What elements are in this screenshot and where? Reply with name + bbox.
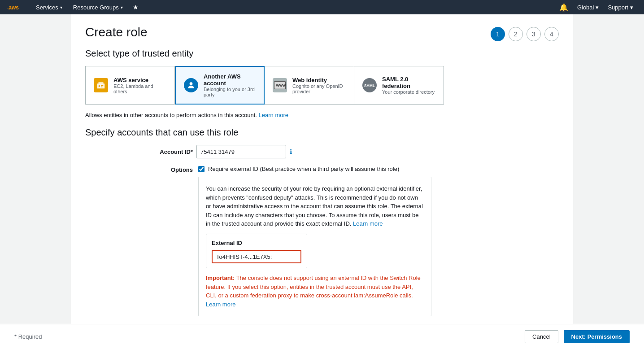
region-selector[interactable]: Global ▾	[574, 2, 603, 13]
warning-text: Important: The console does not support …	[206, 274, 421, 309]
aws-service-desc: EC2, Lambda and others	[113, 83, 167, 94]
top-navigation: aws Services ▾ Resource Groups ▾ ★ 🔔 Glo…	[0, 0, 644, 14]
svg-point-3	[99, 85, 100, 87]
aws-service-icon	[93, 77, 109, 93]
services-menu[interactable]: Services ▾	[32, 2, 66, 13]
account-id-label: Account ID*	[139, 148, 193, 155]
main-content: Create role 1 2 3 4 Select type of trust…	[71, 14, 573, 349]
web-identity-desc: Cognito or any OpenID provider	[292, 83, 347, 94]
support-label: Support	[608, 4, 628, 11]
web-identity-text: Web identity Cognito or any OpenID provi…	[292, 77, 347, 94]
step-3[interactable]: 3	[527, 27, 541, 41]
svg-text:aws: aws	[9, 4, 19, 11]
resource-groups-chevron: ▾	[121, 5, 123, 10]
footer: * Required Cancel Next: Permissions	[0, 324, 644, 349]
svg-point-6	[190, 82, 193, 85]
support-chevron-icon: ▾	[630, 4, 633, 11]
cancel-button[interactable]: Cancel	[525, 330, 558, 343]
required-note: * Required	[14, 333, 42, 340]
step-1[interactable]: 1	[491, 27, 505, 41]
account-id-input[interactable]	[196, 145, 286, 158]
entity-card-web-identity[interactable]: WWW Web identity Cognito or any OpenID p…	[265, 66, 354, 105]
region-label: Global	[577, 4, 594, 11]
external-id-section: External ID	[206, 234, 307, 269]
web-identity-icon: WWW	[272, 77, 288, 93]
saml-desc: Your corporate directory	[382, 89, 436, 95]
another-account-text: Another AWS account Belonging to you or …	[204, 73, 257, 97]
resource-groups-label: Resource Groups	[73, 4, 119, 11]
another-account-icon-shape	[184, 78, 198, 92]
region-chevron-icon: ▾	[596, 4, 599, 11]
another-account-desc: Belonging to you or 3rd party	[204, 87, 257, 97]
aws-service-icon-shape	[94, 78, 108, 92]
warning-body: The console does not support using an ex…	[206, 275, 421, 299]
footer-buttons: Cancel Next: Permissions	[525, 330, 630, 343]
svg-text:SAML: SAML	[364, 83, 375, 88]
entity-learn-more-link[interactable]: Learn more	[259, 112, 288, 118]
page-title: Create role	[85, 25, 559, 39]
svg-rect-4	[101, 85, 104, 86]
info-box-learn-more-link[interactable]: Learn more	[353, 220, 383, 227]
entity-card-saml[interactable]: SAML SAML 2.0 federation Your corporate …	[354, 66, 444, 105]
notifications-bell-icon[interactable]: 🔔	[556, 1, 572, 13]
account-id-row: Account ID* ℹ	[139, 145, 559, 158]
step-2[interactable]: 2	[509, 27, 523, 41]
services-chevron: ▾	[60, 5, 62, 10]
another-account-name: Another AWS account	[204, 73, 257, 87]
warning-label: Important:	[206, 275, 235, 281]
aws-logo[interactable]: aws	[7, 2, 25, 13]
entity-cards-container: AWS service EC2, Lambda and others Anoth…	[85, 66, 559, 105]
steps-container: 1 2 3 4	[491, 27, 559, 41]
svg-rect-2	[99, 82, 104, 85]
another-account-icon	[183, 77, 199, 93]
specify-section-title: Specify accounts that can use this role	[85, 127, 559, 138]
external-id-input[interactable]	[212, 250, 301, 263]
web-identity-icon-shape: WWW	[273, 78, 287, 92]
saml-name: SAML 2.0 federation	[382, 76, 436, 89]
entity-section-title: Select type of trusted entity	[85, 48, 559, 59]
svg-text:WWW: WWW	[276, 84, 286, 88]
entity-card-another-account[interactable]: Another AWS account Belonging to you or …	[175, 66, 265, 105]
warning-learn-more-link[interactable]: Learn more	[206, 301, 235, 308]
require-external-id-checkbox[interactable]	[198, 166, 205, 172]
services-label: Services	[36, 4, 58, 11]
step-4[interactable]: 4	[544, 27, 559, 41]
nav-right-group: 🔔 Global ▾ Support ▾	[556, 1, 637, 13]
external-id-info-box: You can increase the security of your ro…	[198, 177, 431, 316]
saml-icon: SAML	[361, 77, 378, 93]
require-external-id-row: Require external ID (Best practice when …	[198, 166, 559, 172]
external-id-label: External ID	[212, 239, 301, 248]
saml-text: SAML 2.0 federation Your corporate direc…	[382, 76, 436, 95]
account-id-info-icon[interactable]: ℹ	[290, 148, 292, 155]
svg-rect-5	[101, 87, 103, 87]
saml-icon-shape: SAML	[362, 78, 377, 92]
next-permissions-button[interactable]: Next: Permissions	[564, 330, 630, 343]
require-external-id-label[interactable]: Require external ID (Best practice when …	[208, 166, 399, 172]
entity-info-text: Allows entities in other accounts to per…	[85, 112, 559, 118]
support-menu[interactable]: Support ▾	[604, 2, 637, 13]
options-label: Options	[139, 166, 193, 173]
favorites-star-icon[interactable]: ★	[130, 2, 141, 13]
aws-service-name: AWS service	[113, 77, 167, 83]
web-identity-name: Web identity	[292, 77, 347, 83]
entity-card-aws-service[interactable]: AWS service EC2, Lambda and others	[85, 66, 175, 105]
resource-groups-menu[interactable]: Resource Groups ▾	[70, 2, 126, 13]
options-content: Require external ID (Best practice when …	[198, 166, 559, 335]
options-row: Options Require external ID (Best practi…	[139, 166, 559, 335]
aws-service-text: AWS service EC2, Lambda and others	[113, 77, 167, 94]
